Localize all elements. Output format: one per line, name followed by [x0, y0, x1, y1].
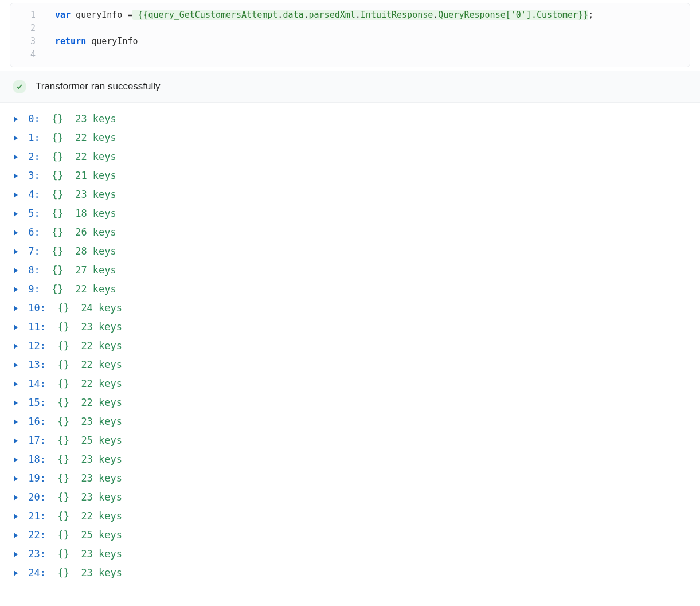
result-index: 14: — [22, 374, 46, 393]
key-count: 23 keys — [64, 185, 116, 204]
result-index: 6: — [22, 223, 40, 242]
key-count: 27 keys — [64, 261, 116, 280]
result-row[interactable]: 21: {} 22 keys — [14, 507, 686, 526]
object-braces: {} — [40, 185, 64, 204]
object-braces: {} — [40, 128, 64, 147]
expand-triangle-icon[interactable] — [14, 173, 18, 179]
result-row[interactable]: 8: {} 27 keys — [14, 261, 686, 280]
result-index: 13: — [22, 355, 46, 374]
expand-triangle-icon[interactable] — [14, 287, 18, 292]
object-braces: {} — [46, 545, 69, 564]
key-count: 22 keys — [64, 147, 116, 166]
result-row[interactable]: 10: {} 24 keys — [14, 299, 686, 318]
expand-triangle-icon[interactable] — [14, 419, 18, 425]
result-row[interactable]: 11: {} 23 keys — [14, 318, 686, 337]
expand-triangle-icon[interactable] — [14, 570, 18, 576]
object-braces: {} — [40, 166, 64, 185]
result-row[interactable]: 17: {} 25 keys — [14, 431, 686, 450]
result-index: 1: — [22, 128, 40, 147]
line-number: 4 — [10, 48, 44, 61]
line-number-gutter: 1 2 3 4 — [10, 6, 44, 64]
expand-triangle-icon[interactable] — [14, 457, 18, 463]
result-row[interactable]: 23: {} 23 keys — [14, 545, 686, 564]
expand-triangle-icon[interactable] — [14, 533, 18, 538]
object-braces: {} — [46, 431, 69, 450]
expand-triangle-icon[interactable] — [14, 552, 18, 557]
expand-triangle-icon[interactable] — [14, 362, 18, 368]
result-row[interactable]: 1: {} 22 keys — [14, 128, 686, 147]
code-line-4[interactable] — [55, 48, 684, 61]
expand-triangle-icon[interactable] — [14, 154, 18, 160]
result-index: 11: — [22, 318, 46, 337]
result-row[interactable]: 5: {} 18 keys — [14, 204, 686, 223]
expand-triangle-icon[interactable] — [14, 381, 18, 387]
expand-triangle-icon[interactable] — [14, 514, 18, 519]
object-braces: {} — [46, 469, 69, 488]
result-row[interactable]: 0: {} 23 keys — [14, 110, 686, 128]
expand-triangle-icon[interactable] — [14, 495, 18, 501]
result-row[interactable]: 20: {} 23 keys — [14, 488, 686, 507]
code-area[interactable]: 1 2 3 4 var queryInfo = {{query_GetCusto… — [10, 3, 690, 67]
expand-triangle-icon[interactable] — [14, 476, 18, 482]
result-row[interactable]: 16: {} 23 keys — [14, 412, 686, 431]
object-braces: {} — [46, 374, 69, 393]
key-count: 22 keys — [64, 280, 116, 299]
code-line-3[interactable]: return queryInfo — [55, 35, 684, 48]
expand-triangle-icon[interactable] — [14, 230, 18, 236]
result-row[interactable]: 3: {} 21 keys — [14, 166, 686, 185]
expand-triangle-icon[interactable] — [14, 343, 18, 349]
object-braces: {} — [46, 507, 69, 526]
result-index: 18: — [22, 450, 46, 469]
code-content[interactable]: var queryInfo = {{query_GetCustomersAtte… — [44, 6, 690, 64]
result-index: 5: — [22, 204, 40, 223]
result-row[interactable]: 2: {} 22 keys — [14, 147, 686, 166]
code-line-2[interactable] — [55, 22, 684, 35]
result-index: 3: — [22, 166, 40, 185]
expand-triangle-icon[interactable] — [14, 249, 18, 255]
result-row[interactable]: 12: {} 22 keys — [14, 337, 686, 355]
object-braces: {} — [46, 488, 69, 507]
result-index: 4: — [22, 185, 40, 204]
keyword-var: var — [55, 10, 71, 20]
key-count: 22 keys — [69, 355, 122, 374]
expand-triangle-icon[interactable] — [14, 324, 18, 330]
code-line-1[interactable]: var queryInfo = {{query_GetCustomersAtte… — [55, 9, 684, 22]
object-braces: {} — [46, 299, 69, 318]
expand-triangle-icon[interactable] — [14, 438, 18, 444]
result-row[interactable]: 9: {} 22 keys — [14, 280, 686, 299]
result-row[interactable]: 14: {} 22 keys — [14, 374, 686, 393]
result-row[interactable]: 19: {} 23 keys — [14, 469, 686, 488]
result-row[interactable]: 6: {} 26 keys — [14, 223, 686, 242]
object-braces: {} — [40, 242, 64, 261]
object-braces: {} — [40, 110, 64, 128]
result-row[interactable]: 22: {} 25 keys — [14, 526, 686, 545]
line-number: 1 — [10, 9, 44, 22]
expand-triangle-icon[interactable] — [14, 306, 18, 311]
result-row[interactable]: 24: {} 23 keys — [14, 564, 686, 582]
key-count: 22 keys — [69, 393, 122, 412]
object-braces: {} — [40, 223, 64, 242]
object-braces: {} — [40, 261, 64, 280]
key-count: 23 keys — [69, 450, 122, 469]
result-row[interactable]: 4: {} 23 keys — [14, 185, 686, 204]
result-row[interactable]: 13: {} 22 keys — [14, 355, 686, 374]
object-braces: {} — [46, 318, 69, 337]
result-index: 19: — [22, 469, 46, 488]
line-number: 3 — [10, 35, 44, 48]
result-row[interactable]: 15: {} 22 keys — [14, 393, 686, 412]
expand-triangle-icon[interactable] — [14, 400, 18, 406]
key-count: 25 keys — [69, 526, 122, 545]
result-row[interactable]: 18: {} 23 keys — [14, 450, 686, 469]
expand-triangle-icon[interactable] — [14, 192, 18, 198]
expand-triangle-icon[interactable] — [14, 211, 18, 217]
expand-triangle-icon[interactable] — [14, 116, 18, 122]
expand-triangle-icon[interactable] — [14, 135, 18, 141]
result-index: 23: — [22, 545, 46, 564]
key-count: 23 keys — [69, 469, 122, 488]
identifier: queryInfo — [86, 36, 138, 46]
result-row[interactable]: 7: {} 28 keys — [14, 242, 686, 261]
result-index: 15: — [22, 393, 46, 412]
expand-triangle-icon[interactable] — [14, 268, 18, 273]
template-expression: {{query_GetCustomersAttempt.data.parsedX… — [132, 10, 588, 20]
object-braces: {} — [46, 355, 69, 374]
